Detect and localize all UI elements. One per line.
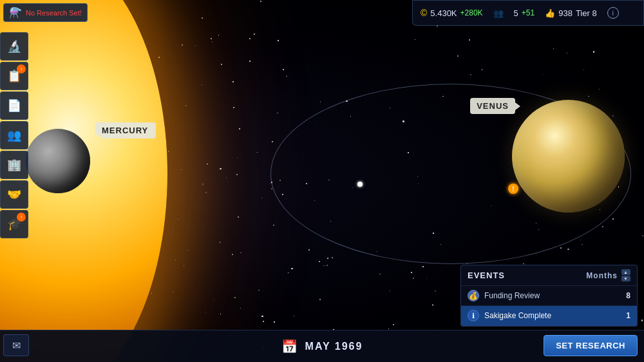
sidebar-item-facilities[interactable]: 🏢 [0, 151, 28, 179]
mercury-label: MERCURY [95, 122, 156, 138]
funding-icon: 💰 [468, 290, 479, 301]
event-row-funding[interactable]: 💰 Funding Review 8 [461, 286, 637, 306]
venus-label: VENUS [470, 98, 515, 114]
probe-dot-1 [357, 182, 363, 187]
stepper-down[interactable]: ▼ [621, 276, 630, 281]
research-icon: 🔬 [7, 39, 21, 53]
coin-icon: © [421, 8, 427, 18]
workers-delta: +51 [522, 8, 535, 17]
currency-display: © 5.430K +280K [421, 8, 483, 18]
sidebar-item-documents[interactable]: 📄 [0, 91, 28, 120]
top-bar: © 5.430K +280K 👥 5 +51 👍 938 Tier 8 i [412, 0, 644, 26]
funding-event-count: 8 [626, 291, 630, 300]
personnel-icon: 👥 [7, 128, 21, 142]
funding-event-name: Funding Review [484, 291, 621, 300]
date-display: 📅 MAY 1969 [281, 339, 363, 354]
alert-icon: ! [508, 184, 518, 194]
sidebar-item-personnel[interactable]: 👥 [0, 121, 28, 149]
sidebar-item-missions[interactable]: 📋 ! [0, 62, 28, 90]
rep-icon: 👍 [545, 8, 555, 18]
currency-delta: +280K [460, 8, 483, 17]
documents-icon: 📄 [7, 99, 21, 113]
stepper-up[interactable]: ▲ [621, 269, 630, 275]
divider-1: 👥 [493, 8, 504, 18]
info-button[interactable]: i [607, 7, 619, 19]
training-badge: ! [17, 213, 26, 222]
tier-value: Tier 8 [576, 8, 597, 18]
flask-icon: ⚗️ [9, 6, 22, 19]
reputation-display: 👍 938 Tier 8 [545, 8, 596, 18]
venus-planet[interactable] [512, 100, 625, 213]
sidebar-item-contracts[interactable]: 🤝 [0, 180, 28, 209]
calendar-icon: 📅 [281, 339, 299, 354]
events-panel: EVENTS Months ▲ ▼ 💰 Funding Review 8 ℹ S… [460, 265, 638, 327]
events-header: EVENTS Months ▲ ▼ [461, 265, 637, 286]
research-button[interactable]: ⚗️ No Research Set! [3, 3, 88, 22]
events-title: EVENTS [468, 271, 505, 280]
workers-value: 5 [514, 8, 518, 18]
mail-button[interactable]: ✉ [3, 334, 29, 356]
sidebar-item-training[interactable]: 🎓 ! [0, 210, 28, 238]
workers-display: 5 +51 [514, 8, 535, 18]
date-value: MAY 1969 [305, 341, 363, 352]
months-label: Months [586, 271, 618, 280]
contracts-icon: 🤝 [7, 187, 21, 202]
complete-icon: ℹ [468, 310, 479, 321]
sakigake-event-count: 1 [626, 311, 630, 320]
events-time-control: Months ▲ ▼ [586, 269, 630, 281]
months-stepper[interactable]: ▲ ▼ [621, 269, 630, 281]
reputation-value: 938 [558, 8, 573, 18]
left-sidebar: 🔬 📋 ! 📄 👥 🏢 🤝 🎓 ! [0, 32, 31, 238]
mercury-planet[interactable] [26, 129, 90, 193]
research-label: No Research Set! [26, 9, 82, 17]
event-row-sakigake[interactable]: ℹ Sakigake Complete 1 [461, 306, 637, 326]
facilities-icon: 🏢 [7, 158, 21, 172]
sidebar-item-research[interactable]: 🔬 [0, 32, 28, 61]
sakigake-event-name: Sakigake Complete [484, 311, 621, 320]
currency-value: 5.430K [430, 8, 457, 18]
set-research-button[interactable]: SET RESEARCH [544, 335, 638, 356]
missions-badge: ! [17, 64, 26, 73]
mail-icon: ✉ [12, 339, 21, 352]
